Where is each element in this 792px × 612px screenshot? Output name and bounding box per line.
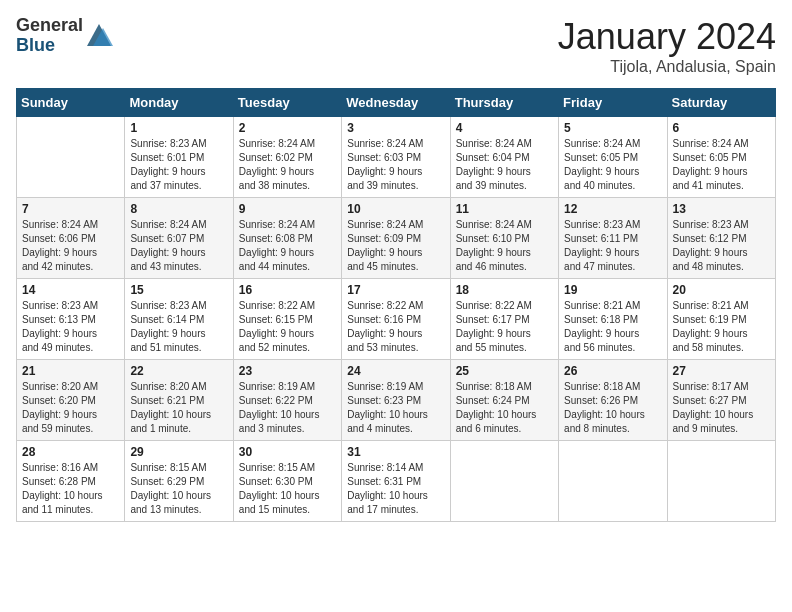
- logo: General Blue: [16, 16, 113, 56]
- day-info: Sunrise: 8:19 AMSunset: 6:23 PMDaylight:…: [347, 380, 444, 436]
- day-number: 6: [673, 121, 770, 135]
- week-row-3: 14Sunrise: 8:23 AMSunset: 6:13 PMDayligh…: [17, 279, 776, 360]
- day-info: Sunrise: 8:18 AMSunset: 6:26 PMDaylight:…: [564, 380, 661, 436]
- day-number: 3: [347, 121, 444, 135]
- day-number: 15: [130, 283, 227, 297]
- calendar-cell: 11Sunrise: 8:24 AMSunset: 6:10 PMDayligh…: [450, 198, 558, 279]
- calendar-cell: [667, 441, 775, 522]
- calendar-cell: 9Sunrise: 8:24 AMSunset: 6:08 PMDaylight…: [233, 198, 341, 279]
- day-number: 20: [673, 283, 770, 297]
- day-info: Sunrise: 8:20 AMSunset: 6:21 PMDaylight:…: [130, 380, 227, 436]
- day-info: Sunrise: 8:23 AMSunset: 6:14 PMDaylight:…: [130, 299, 227, 355]
- day-number: 31: [347, 445, 444, 459]
- day-info: Sunrise: 8:20 AMSunset: 6:20 PMDaylight:…: [22, 380, 119, 436]
- calendar-cell: 20Sunrise: 8:21 AMSunset: 6:19 PMDayligh…: [667, 279, 775, 360]
- day-number: 24: [347, 364, 444, 378]
- day-number: 7: [22, 202, 119, 216]
- header-day-sunday: Sunday: [17, 89, 125, 117]
- week-row-1: 1Sunrise: 8:23 AMSunset: 6:01 PMDaylight…: [17, 117, 776, 198]
- day-number: 11: [456, 202, 553, 216]
- day-number: 13: [673, 202, 770, 216]
- day-info: Sunrise: 8:24 AMSunset: 6:03 PMDaylight:…: [347, 137, 444, 193]
- day-number: 27: [673, 364, 770, 378]
- calendar-cell: 6Sunrise: 8:24 AMSunset: 6:05 PMDaylight…: [667, 117, 775, 198]
- day-number: 16: [239, 283, 336, 297]
- calendar-cell: 4Sunrise: 8:24 AMSunset: 6:04 PMDaylight…: [450, 117, 558, 198]
- calendar-cell: 22Sunrise: 8:20 AMSunset: 6:21 PMDayligh…: [125, 360, 233, 441]
- calendar-cell: 13Sunrise: 8:23 AMSunset: 6:12 PMDayligh…: [667, 198, 775, 279]
- calendar-cell: 25Sunrise: 8:18 AMSunset: 6:24 PMDayligh…: [450, 360, 558, 441]
- day-number: 22: [130, 364, 227, 378]
- day-info: Sunrise: 8:24 AMSunset: 6:02 PMDaylight:…: [239, 137, 336, 193]
- day-number: 2: [239, 121, 336, 135]
- calendar-cell: 17Sunrise: 8:22 AMSunset: 6:16 PMDayligh…: [342, 279, 450, 360]
- header-day-tuesday: Tuesday: [233, 89, 341, 117]
- week-row-5: 28Sunrise: 8:16 AMSunset: 6:28 PMDayligh…: [17, 441, 776, 522]
- calendar-cell: 16Sunrise: 8:22 AMSunset: 6:15 PMDayligh…: [233, 279, 341, 360]
- day-info: Sunrise: 8:22 AMSunset: 6:16 PMDaylight:…: [347, 299, 444, 355]
- calendar-table: SundayMondayTuesdayWednesdayThursdayFrid…: [16, 88, 776, 522]
- day-number: 10: [347, 202, 444, 216]
- day-info: Sunrise: 8:21 AMSunset: 6:18 PMDaylight:…: [564, 299, 661, 355]
- calendar-cell: [450, 441, 558, 522]
- calendar-cell: 31Sunrise: 8:14 AMSunset: 6:31 PMDayligh…: [342, 441, 450, 522]
- header-day-monday: Monday: [125, 89, 233, 117]
- day-number: 19: [564, 283, 661, 297]
- day-info: Sunrise: 8:21 AMSunset: 6:19 PMDaylight:…: [673, 299, 770, 355]
- day-number: 25: [456, 364, 553, 378]
- calendar-cell: 28Sunrise: 8:16 AMSunset: 6:28 PMDayligh…: [17, 441, 125, 522]
- calendar-cell: 10Sunrise: 8:24 AMSunset: 6:09 PMDayligh…: [342, 198, 450, 279]
- day-info: Sunrise: 8:24 AMSunset: 6:07 PMDaylight:…: [130, 218, 227, 274]
- calendar-header: SundayMondayTuesdayWednesdayThursdayFrid…: [17, 89, 776, 117]
- day-number: 12: [564, 202, 661, 216]
- day-number: 5: [564, 121, 661, 135]
- day-info: Sunrise: 8:22 AMSunset: 6:15 PMDaylight:…: [239, 299, 336, 355]
- week-row-2: 7Sunrise: 8:24 AMSunset: 6:06 PMDaylight…: [17, 198, 776, 279]
- calendar-cell: 12Sunrise: 8:23 AMSunset: 6:11 PMDayligh…: [559, 198, 667, 279]
- day-number: 28: [22, 445, 119, 459]
- day-info: Sunrise: 8:23 AMSunset: 6:11 PMDaylight:…: [564, 218, 661, 274]
- logo-blue: Blue: [16, 36, 83, 56]
- calendar-cell: 2Sunrise: 8:24 AMSunset: 6:02 PMDaylight…: [233, 117, 341, 198]
- calendar-cell: 15Sunrise: 8:23 AMSunset: 6:14 PMDayligh…: [125, 279, 233, 360]
- day-info: Sunrise: 8:24 AMSunset: 6:08 PMDaylight:…: [239, 218, 336, 274]
- calendar-cell: 29Sunrise: 8:15 AMSunset: 6:29 PMDayligh…: [125, 441, 233, 522]
- day-info: Sunrise: 8:23 AMSunset: 6:12 PMDaylight:…: [673, 218, 770, 274]
- calendar-cell: [17, 117, 125, 198]
- calendar-cell: 3Sunrise: 8:24 AMSunset: 6:03 PMDaylight…: [342, 117, 450, 198]
- calendar-cell: 30Sunrise: 8:15 AMSunset: 6:30 PMDayligh…: [233, 441, 341, 522]
- logo-general: General: [16, 16, 83, 36]
- day-info: Sunrise: 8:24 AMSunset: 6:06 PMDaylight:…: [22, 218, 119, 274]
- calendar-cell: 19Sunrise: 8:21 AMSunset: 6:18 PMDayligh…: [559, 279, 667, 360]
- header-day-saturday: Saturday: [667, 89, 775, 117]
- calendar-cell: 8Sunrise: 8:24 AMSunset: 6:07 PMDaylight…: [125, 198, 233, 279]
- calendar-cell: 1Sunrise: 8:23 AMSunset: 6:01 PMDaylight…: [125, 117, 233, 198]
- day-info: Sunrise: 8:23 AMSunset: 6:13 PMDaylight:…: [22, 299, 119, 355]
- header-day-friday: Friday: [559, 89, 667, 117]
- day-info: Sunrise: 8:24 AMSunset: 6:05 PMDaylight:…: [673, 137, 770, 193]
- calendar-cell: 5Sunrise: 8:24 AMSunset: 6:05 PMDaylight…: [559, 117, 667, 198]
- day-number: 4: [456, 121, 553, 135]
- day-number: 23: [239, 364, 336, 378]
- month-title: January 2024: [558, 16, 776, 58]
- day-number: 21: [22, 364, 119, 378]
- day-number: 1: [130, 121, 227, 135]
- header-day-wednesday: Wednesday: [342, 89, 450, 117]
- day-info: Sunrise: 8:14 AMSunset: 6:31 PMDaylight:…: [347, 461, 444, 517]
- week-row-4: 21Sunrise: 8:20 AMSunset: 6:20 PMDayligh…: [17, 360, 776, 441]
- calendar-cell: 23Sunrise: 8:19 AMSunset: 6:22 PMDayligh…: [233, 360, 341, 441]
- day-info: Sunrise: 8:15 AMSunset: 6:29 PMDaylight:…: [130, 461, 227, 517]
- day-number: 26: [564, 364, 661, 378]
- calendar-cell: 27Sunrise: 8:17 AMSunset: 6:27 PMDayligh…: [667, 360, 775, 441]
- day-info: Sunrise: 8:17 AMSunset: 6:27 PMDaylight:…: [673, 380, 770, 436]
- day-number: 17: [347, 283, 444, 297]
- day-info: Sunrise: 8:22 AMSunset: 6:17 PMDaylight:…: [456, 299, 553, 355]
- day-info: Sunrise: 8:19 AMSunset: 6:22 PMDaylight:…: [239, 380, 336, 436]
- day-number: 9: [239, 202, 336, 216]
- calendar-cell: 7Sunrise: 8:24 AMSunset: 6:06 PMDaylight…: [17, 198, 125, 279]
- header-day-thursday: Thursday: [450, 89, 558, 117]
- day-number: 18: [456, 283, 553, 297]
- day-number: 30: [239, 445, 336, 459]
- title-area: January 2024 Tijola, Andalusia, Spain: [558, 16, 776, 76]
- calendar-cell: 14Sunrise: 8:23 AMSunset: 6:13 PMDayligh…: [17, 279, 125, 360]
